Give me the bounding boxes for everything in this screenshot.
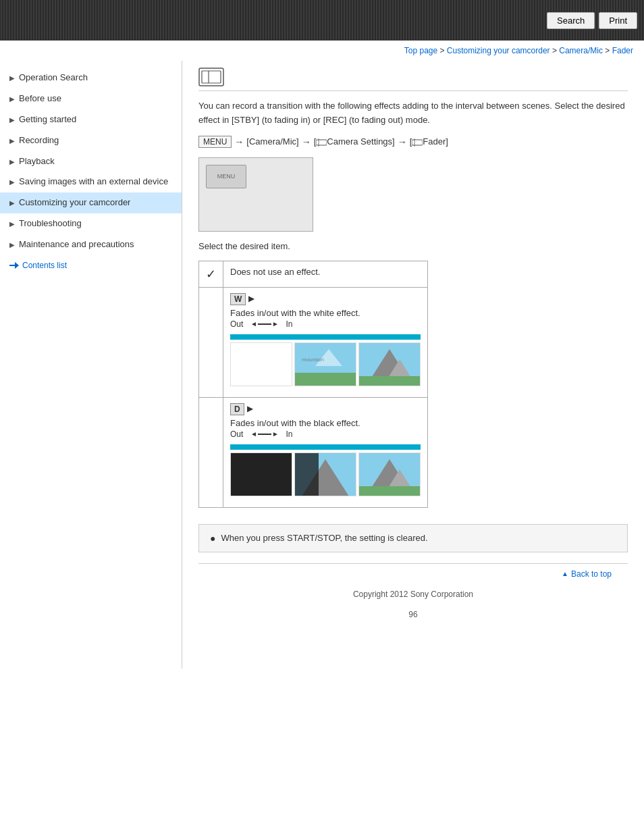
print-button[interactable]: Print bbox=[599, 12, 637, 29]
breadcrumb-fader[interactable]: Fader bbox=[612, 46, 633, 55]
fade-img-mountain-2 bbox=[358, 452, 421, 496]
black-fade-preview bbox=[230, 444, 421, 502]
sidebar: ▶ Operation Search ▶ Before use ▶ Gettin… bbox=[0, 61, 182, 669]
arrow-icon bbox=[9, 262, 19, 269]
black-effect-icon: D ▶ bbox=[230, 403, 421, 415]
arrow-icon: → bbox=[302, 136, 311, 147]
note-text: When you press START/STOP, the setting i… bbox=[221, 533, 427, 543]
svg-rect-17 bbox=[295, 453, 319, 496]
checkmark-icon: ✓ bbox=[206, 267, 216, 281]
white-effect-icon: W ▶ bbox=[230, 293, 421, 305]
sidebar-item-maintenance[interactable]: ▶ Maintenance and precautions bbox=[0, 234, 182, 255]
svg-rect-3 bbox=[316, 140, 327, 145]
menu-camera-settings: [Camera Settings] bbox=[314, 136, 395, 147]
fade-direction-black: Out ◄ ► In bbox=[230, 429, 421, 439]
menu-box: MENU bbox=[198, 136, 232, 148]
menu-path: MENU → [Camera/Mic] → [Camera Settings] … bbox=[198, 136, 628, 148]
menu-camera-mic: [Camera/Mic] bbox=[246, 136, 298, 147]
header: Search Print bbox=[0, 0, 644, 41]
main-content: You can record a transition with the fol… bbox=[182, 61, 644, 669]
white-effect-label: Fades in/out with the white effect. bbox=[230, 308, 421, 318]
copyright-text: Copyright 2012 Sony Corporation bbox=[198, 584, 628, 610]
page-number: 96 bbox=[198, 610, 628, 626]
sidebar-label: Recording bbox=[19, 135, 175, 147]
chevron-right-icon: ▶ bbox=[9, 219, 15, 228]
sidebar-label: Before use bbox=[19, 93, 175, 105]
black-effect-cell: D ▶ Fades in/out with the black effect. … bbox=[223, 397, 428, 507]
breadcrumb-camera-mic[interactable]: Camera/Mic bbox=[559, 46, 603, 55]
svg-text:mountain: mountain bbox=[302, 357, 324, 363]
checkmark-cell: ✓ bbox=[199, 261, 223, 287]
sidebar-item-saving-images[interactable]: ▶ Saving images with an external device bbox=[0, 172, 182, 192]
footer-bar: ▲ Back to top bbox=[198, 563, 628, 584]
sidebar-item-operation-search[interactable]: ▶ Operation Search bbox=[0, 68, 182, 88]
sidebar-label: Getting started bbox=[19, 114, 175, 126]
sidebar-label: Saving images with an external device bbox=[19, 176, 175, 188]
breadcrumb-top[interactable]: Top page bbox=[404, 46, 437, 55]
back-to-top-label: Back to top bbox=[571, 569, 612, 579]
effects-table: ✓ Does not use an effect. W ▶ Fades in/o bbox=[198, 261, 428, 508]
sidebar-item-recording[interactable]: ▶ Recording bbox=[0, 130, 182, 151]
svg-rect-21 bbox=[359, 486, 420, 496]
chevron-right-icon: ▶ bbox=[9, 74, 15, 82]
black-effect-label: Fades in/out with the black effect. bbox=[230, 418, 421, 428]
triangle-up-icon: ▲ bbox=[562, 570, 568, 577]
white-fade-preview: mountain bbox=[230, 334, 421, 392]
arrow-icon: → bbox=[398, 136, 407, 147]
menu-fader: [Fader] bbox=[410, 136, 448, 147]
sidebar-item-troubleshooting[interactable]: ▶ Troubleshooting bbox=[0, 213, 182, 234]
chevron-right-icon: ▶ bbox=[9, 157, 15, 166]
chevron-right-icon: ▶ bbox=[9, 95, 15, 103]
fade-img-black-mid bbox=[294, 452, 356, 496]
search-button[interactable]: Search bbox=[547, 12, 595, 29]
svg-rect-9 bbox=[295, 373, 356, 386]
white-effect-cell: W ▶ Fades in/out with the white effect. … bbox=[223, 287, 428, 397]
note-section: ● When you press START/STOP, the setting… bbox=[198, 524, 628, 552]
sidebar-label: Troubleshooting bbox=[19, 218, 175, 230]
breadcrumb-customizing[interactable]: Customizing your camcorder bbox=[447, 46, 550, 55]
svg-rect-14 bbox=[359, 376, 420, 386]
breadcrumb: Top page > Customizing your camcorder > … bbox=[0, 41, 644, 61]
chevron-right-icon: ▶ bbox=[9, 240, 15, 249]
empty-check-cell bbox=[199, 287, 223, 397]
table-row: W ▶ Fades in/out with the white effect. … bbox=[199, 287, 428, 397]
sidebar-item-before-use[interactable]: ▶ Before use bbox=[0, 88, 182, 109]
page-title-icon bbox=[198, 68, 628, 86]
sidebar-label: Maintenance and precautions bbox=[19, 239, 175, 251]
chevron-right-icon: ▶ bbox=[9, 178, 15, 186]
chevron-right-icon: ▶ bbox=[9, 136, 15, 145]
bullet-icon: ● bbox=[210, 533, 215, 544]
chevron-right-icon: ▶ bbox=[9, 115, 15, 124]
select-desired-item: Select the desired item. bbox=[198, 241, 628, 251]
sidebar-item-getting-started[interactable]: ▶ Getting started bbox=[0, 109, 182, 130]
sidebar-item-customizing[interactable]: ▶ Customizing your camcorder bbox=[0, 192, 182, 213]
menu-preview: MENU bbox=[198, 157, 313, 232]
contents-list-link[interactable]: Contents list bbox=[0, 255, 182, 276]
fade-img-white-left bbox=[230, 342, 292, 386]
title-divider bbox=[198, 90, 628, 91]
sidebar-label: Customizing your camcorder bbox=[19, 197, 175, 209]
back-to-top-link[interactable]: ▲ Back to top bbox=[562, 569, 612, 579]
sidebar-item-playback[interactable]: ▶ Playback bbox=[0, 151, 182, 172]
sidebar-label: Playback bbox=[19, 156, 175, 167]
fader-icon bbox=[198, 68, 224, 86]
layout: ▶ Operation Search ▶ Before use ▶ Gettin… bbox=[0, 61, 644, 669]
fade-direction-white: Out ◄ ► In bbox=[230, 319, 421, 329]
fade-img-mountain bbox=[358, 342, 421, 386]
table-row: ✓ Does not use an effect. bbox=[199, 261, 428, 287]
svg-rect-1 bbox=[202, 71, 221, 83]
contents-list-label: Contents list bbox=[22, 261, 67, 270]
menu-preview-inner: MENU bbox=[206, 165, 246, 188]
description-text: You can record a transition with the fol… bbox=[198, 99, 628, 128]
chevron-right-icon: ▶ bbox=[9, 199, 15, 207]
table-row: D ▶ Fades in/out with the black effect. … bbox=[199, 397, 428, 507]
arrow-icon: → bbox=[234, 136, 244, 147]
empty-check-cell bbox=[199, 397, 223, 507]
svg-rect-5 bbox=[412, 140, 423, 145]
sidebar-label: Operation Search bbox=[19, 72, 175, 84]
fade-img-black-left bbox=[230, 452, 292, 496]
fade-img-white-mid: mountain bbox=[294, 342, 356, 386]
no-effect-cell: Does not use an effect. bbox=[223, 261, 428, 287]
no-effect-label: Does not use an effect. bbox=[230, 267, 320, 277]
